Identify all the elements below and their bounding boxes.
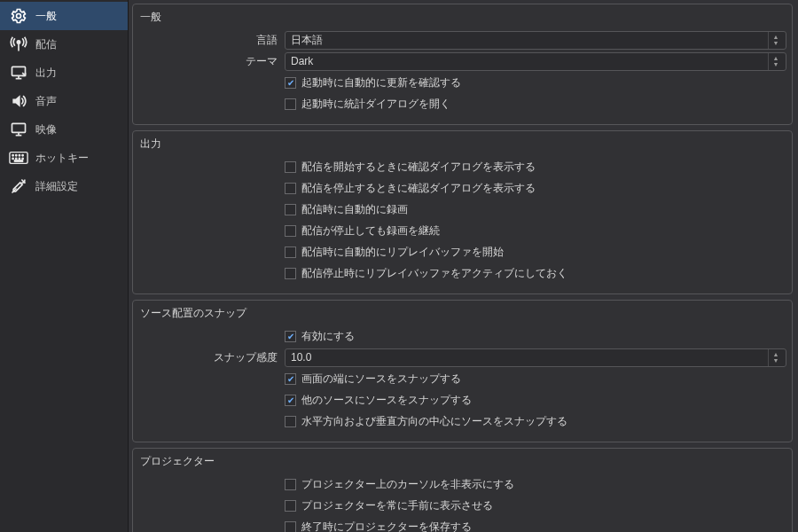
checkbox-label: 他のソースにソースをスナップする [301, 393, 472, 408]
checkbox-box [285, 373, 296, 385]
checkbox-label: 配信時に自動的に録画 [301, 202, 408, 217]
checkbox-output-4[interactable]: 配信時に自動的にリプレイバッファを開始 [285, 245, 504, 260]
checkbox-label: プロジェクター上のカーソルを非表示にする [301, 477, 514, 492]
chevron-updown-icon: ▲▼ [768, 32, 780, 49]
sidebar-item-label: 配信 [35, 37, 121, 52]
checkbox-general-0[interactable]: 起動時に自動的に更新を確認する [285, 75, 461, 90]
tools-icon [7, 177, 30, 195]
checkbox-label: 終了時にプロジェクターを保存する [301, 520, 472, 533]
checkbox-output-2[interactable]: 配信時に自動的に録画 [285, 202, 408, 217]
checkbox-label: 画面の端にソースをスナップする [301, 372, 461, 387]
checkbox-label: 配信を開始するときに確認ダイアログを表示する [301, 160, 536, 175]
checkbox-box [285, 225, 296, 237]
sidebar-item-label: 出力 [35, 66, 121, 81]
checkbox-box [285, 77, 296, 89]
svg-point-7 [19, 155, 20, 156]
label-theme: テーマ [138, 54, 285, 69]
svg-rect-3 [12, 123, 26, 132]
group-title-general: 一般 [140, 10, 785, 25]
label-language: 言語 [138, 33, 285, 48]
sidebar-item-output[interactable]: 出力 [0, 59, 128, 87]
sidebar-item-label: 音声 [35, 94, 121, 109]
checkbox-output-3[interactable]: 配信が停止しても録画を継続 [285, 223, 440, 239]
sidebar-item-general[interactable]: 一般 [0, 2, 128, 30]
keyboard-icon [7, 149, 30, 167]
sidebar-item-audio[interactable]: 音声 [0, 87, 128, 115]
checkbox-box [285, 479, 296, 490]
stepper-updown-icon: ▲▼ [768, 349, 780, 366]
speaker-icon [7, 92, 30, 110]
checkbox-label: 配信時に自動的にリプレイバッファを開始 [301, 245, 504, 260]
sidebar-item-label: ホットキー [35, 151, 121, 166]
checkbox-general-1[interactable]: 起動時に統計ダイアログを開く [285, 97, 450, 112]
checkbox-projector-1[interactable]: プロジェクターを常に手前に表示させる [285, 498, 493, 513]
checkbox-output-0[interactable]: 配信を開始するときに確認ダイアログを表示する [285, 160, 536, 175]
checkbox-label: 起動時に自動的に更新を確認する [301, 75, 461, 90]
checkbox-box [285, 98, 296, 110]
checkbox-snapping-2[interactable]: 水平方向および垂直方向の中心にソースをスナップする [285, 414, 567, 429]
checkbox-label: 配信を停止するときに確認ダイアログを表示する [301, 181, 536, 196]
svg-point-8 [22, 155, 23, 156]
checkbox-output-5[interactable]: 配信停止時にリプレイバッファをアクティブにしておく [285, 266, 567, 281]
svg-point-11 [19, 158, 20, 159]
group-title-projector: プロジェクター [140, 454, 785, 469]
checkbox-box [285, 246, 296, 258]
checkbox-snapping-1[interactable]: 他のソースにソースをスナップする [285, 393, 472, 408]
svg-rect-13 [14, 160, 22, 161]
sidebar-item-stream[interactable]: 配信 [0, 30, 128, 59]
svg-point-9 [12, 158, 13, 159]
sidebar-item-label: 一般 [35, 9, 121, 24]
checkbox-label: 起動時に統計ダイアログを開く [301, 97, 450, 112]
svg-point-5 [12, 155, 13, 156]
svg-point-10 [16, 158, 17, 159]
settings-main: 一般 言語 日本語 ▲▼ テーマ Dark ▲▼ [129, 0, 798, 532]
checkbox-label: 配信停止時にリプレイバッファをアクティブにしておく [301, 266, 567, 281]
antenna-icon [7, 35, 30, 53]
sidebar-item-label: 詳細設定 [35, 179, 121, 194]
dropdown-theme[interactable]: Dark ▲▼ [285, 52, 786, 71]
sidebar: 一般配信出力音声映像ホットキー詳細設定 [0, 0, 129, 532]
checkbox-output-1[interactable]: 配信を停止するときに確認ダイアログを表示する [285, 181, 536, 196]
checkbox-label: 配信が停止しても録画を継続 [301, 223, 440, 239]
checkbox-box [285, 521, 296, 533]
checkbox-box [285, 268, 296, 279]
label-snap-sensitivity: スナップ感度 [138, 350, 285, 365]
checkbox-label: プロジェクターを常に手前に表示させる [301, 498, 493, 513]
checkbox-projector-2[interactable]: 終了時にプロジェクターを保存する [285, 520, 472, 533]
svg-point-0 [17, 14, 21, 19]
checkbox-snapping-0[interactable]: 画面の端にソースをスナップする [285, 372, 461, 387]
sidebar-item-video[interactable]: 映像 [0, 115, 128, 144]
gear-icon [7, 7, 30, 25]
group-snapping: ソース配置のスナップ 有効にする スナップ感度 10.0 ▲▼ [132, 300, 793, 442]
group-output: 出力 配信を開始するときに確認ダイアログを表示する配信を停止するときに確認ダイア… [132, 130, 793, 294]
sidebar-item-hotkeys[interactable]: ホットキー [0, 144, 128, 172]
checkbox-box [285, 500, 296, 512]
svg-point-12 [22, 158, 23, 159]
checkbox-box [285, 416, 296, 427]
checkbox-label: 水平方向および垂直方向の中心にソースをスナップする [301, 414, 567, 429]
sidebar-item-advanced[interactable]: 詳細設定 [0, 172, 128, 200]
dropdown-language[interactable]: 日本語 ▲▼ [285, 31, 786, 50]
group-title-output: 出力 [140, 137, 785, 152]
svg-point-6 [16, 155, 17, 156]
svg-point-1 [17, 41, 20, 43]
sidebar-item-label: 映像 [35, 122, 121, 137]
checkbox-snapping-enable[interactable]: 有効にする [285, 329, 355, 344]
checkbox-box [285, 204, 296, 215]
spinbox-snap-sensitivity[interactable]: 10.0 ▲▼ [285, 348, 786, 367]
checkbox-box [285, 161, 296, 173]
checkbox-box [285, 183, 296, 194]
group-general: 一般 言語 日本語 ▲▼ テーマ Dark ▲▼ [132, 4, 793, 125]
monitor-arrow-icon [7, 64, 30, 82]
chevron-updown-icon: ▲▼ [768, 53, 780, 70]
monitor-icon [7, 121, 30, 138]
group-projector: プロジェクター プロジェクター上のカーソルを非表示にするプロジェクターを常に手前… [132, 448, 793, 532]
group-title-snapping: ソース配置のスナップ [140, 306, 785, 321]
checkbox-projector-0[interactable]: プロジェクター上のカーソルを非表示にする [285, 477, 514, 492]
checkbox-box [285, 395, 296, 406]
